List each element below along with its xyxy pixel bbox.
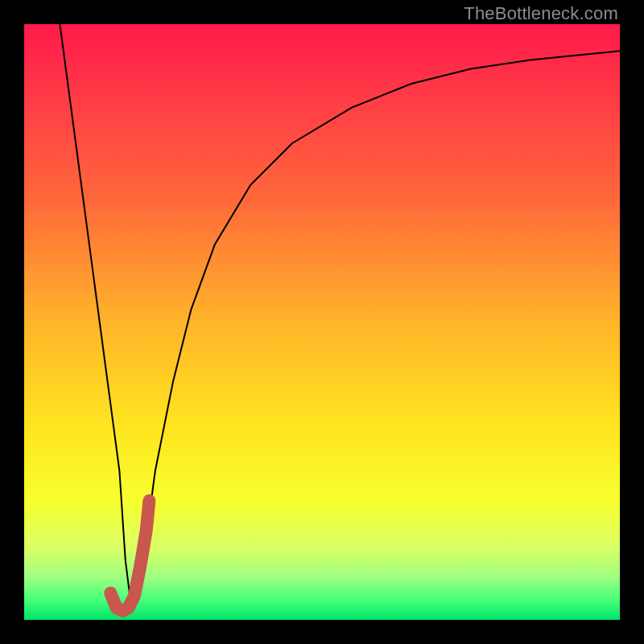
chart-frame: TheBottleneck.com — [0, 0, 644, 644]
watermark-text: TheBottleneck.com — [464, 3, 618, 24]
gradient-background — [24, 24, 620, 620]
plot-area — [24, 24, 620, 620]
chart-canvas — [24, 24, 620, 620]
